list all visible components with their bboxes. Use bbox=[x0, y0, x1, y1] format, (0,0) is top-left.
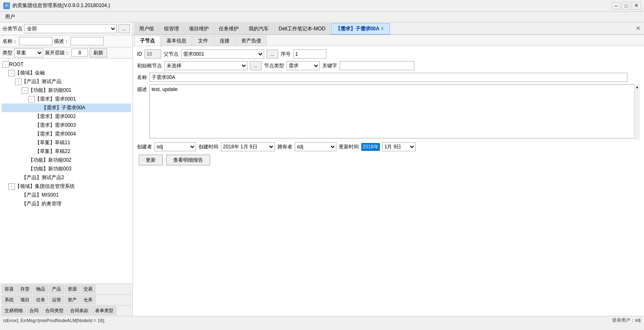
update-time-label: 更新时间 bbox=[339, 143, 359, 150]
bottom-tab-trade[interactable]: 交易 bbox=[81, 285, 95, 293]
init-root-select[interactable]: 未选择 bbox=[164, 61, 247, 70]
expand-icon-prod-test[interactable]: - bbox=[15, 79, 22, 85]
refresh-button[interactable]: 刷新 bbox=[90, 48, 107, 57]
parent-node-ellipsis-button[interactable]: ... bbox=[267, 49, 278, 59]
tree-node-req-0003[interactable]: 【需求】需求0003 bbox=[2, 121, 131, 130]
bottom-tab-task[interactable]: 任务 bbox=[33, 296, 48, 304]
expand-icon-domain-mis[interactable]: - bbox=[8, 183, 15, 190]
seq-label: 序号 bbox=[281, 51, 291, 58]
tab-user-group[interactable]: 用户组 bbox=[135, 23, 159, 34]
tree-node-domain-finance[interactable]: - 【领域】金融 bbox=[2, 69, 131, 77]
tree-node-func-new002[interactable]: 【功能】新功能002 bbox=[2, 156, 131, 165]
create-time-label: 创建时间 bbox=[198, 143, 218, 150]
bottom-tab-project[interactable]: 项目 bbox=[17, 296, 32, 304]
level-input[interactable] bbox=[71, 49, 88, 57]
tree-node-func-new003[interactable]: 【功能】新功能003 bbox=[2, 165, 131, 173]
tree-label-req-0001: 【需求】需求0001 bbox=[35, 96, 76, 103]
title-bar: 的 的奕集团信息管理系统(V.0.9.0.1.20180104.) ─ □ ✕ bbox=[0, 0, 644, 12]
tree-node-prod-admin[interactable]: 【产品】的奥管理 bbox=[2, 199, 131, 208]
tab-group-mgmt[interactable]: 组管理 bbox=[159, 23, 184, 34]
tree-node-req-00A[interactable]: 【需求】子需求00A bbox=[2, 103, 131, 112]
sub-tab-asset-liab[interactable]: 资产负债 bbox=[236, 36, 267, 46]
tree-node-draft-11[interactable]: 【草案】草稿11 bbox=[2, 138, 131, 147]
tab-my-car[interactable]: 我的汽车 bbox=[244, 23, 273, 34]
minimize-button[interactable]: ─ bbox=[612, 2, 621, 10]
sub-tab-bar: 子节点 基本信息 文件 连接 资产负债 bbox=[133, 35, 644, 46]
tree-node-req-0001[interactable]: - 【需求】需求0001 bbox=[2, 95, 131, 103]
tab-task-maint[interactable]: 任务维护 bbox=[214, 23, 243, 34]
type-label: 类型 bbox=[2, 49, 12, 57]
create-time-select[interactable]: 2018年 1月 9日 bbox=[221, 142, 275, 151]
name-field-label: 名称 bbox=[137, 74, 147, 81]
tree-node-root[interactable]: - ROOT bbox=[2, 60, 131, 69]
tree-label-func-new003: 【功能】新功能003 bbox=[28, 165, 71, 172]
bottom-tab-inventory[interactable]: 存货 bbox=[17, 285, 32, 293]
sub-tab-file[interactable]: 文件 bbox=[193, 36, 213, 46]
tree-node-req-0004[interactable]: 【需求】需求0004 bbox=[2, 130, 131, 138]
bottom-tab-trade-detail[interactable]: 交易明细 bbox=[2, 306, 26, 315]
tree-node-req-0002[interactable]: 【需求】需求0002 bbox=[2, 112, 131, 121]
bottom-tab-contract[interactable]: 合同 bbox=[27, 306, 42, 315]
parent-node-select[interactable]: 需求0001 bbox=[181, 49, 264, 59]
close-button[interactable]: ✕ bbox=[632, 2, 641, 10]
name-input[interactable] bbox=[19, 37, 52, 45]
tree-label-domain-finance: 【领域】金融 bbox=[15, 69, 45, 76]
bottom-tab-asset[interactable]: 资产 bbox=[65, 296, 80, 304]
type-select[interactable]: 草案 bbox=[14, 48, 43, 57]
bottom-tab-container[interactable]: 容器 bbox=[2, 285, 17, 293]
maximize-button[interactable]: □ bbox=[622, 2, 631, 10]
form-row-desc: 描述 test, update ▲ bbox=[137, 84, 640, 140]
report-button[interactable]: 查看明细报告 bbox=[166, 155, 210, 165]
level-label: 展开层级： bbox=[45, 49, 70, 57]
bottom-tab-warehouse[interactable]: 仓库 bbox=[81, 296, 95, 304]
expand-icon-prod-admin bbox=[15, 201, 22, 207]
bottom-tab-contract-terms[interactable]: 合同条款 bbox=[67, 306, 91, 315]
tree-label-req-0002: 【需求】需求0002 bbox=[35, 113, 76, 120]
expand-icon-root[interactable]: - bbox=[2, 61, 9, 68]
tree-node-domain-mis[interactable]: - 【领域】集团信息管理系统 bbox=[2, 182, 131, 191]
update-time-select[interactable]: 1月 9日 bbox=[382, 142, 416, 151]
tree-node-prod-test2[interactable]: 【产品】测试产品2 bbox=[2, 173, 131, 182]
sub-tab-child-node[interactable]: 子节点 bbox=[135, 36, 160, 46]
bottom-tab-item[interactable]: 物品 bbox=[33, 285, 48, 293]
tree-node-prod-test[interactable]: - 【产品】测试产品 bbox=[2, 77, 131, 86]
id-label: ID bbox=[137, 51, 142, 57]
update-button[interactable]: 更新 bbox=[139, 155, 163, 165]
status-bar: izError], ErrMsg=[misProdNodeALM[NodeId … bbox=[0, 316, 644, 324]
owner-select[interactable]: sdj bbox=[295, 142, 336, 151]
tab-close-button[interactable]: x bbox=[380, 25, 385, 31]
tab-req-00A[interactable]: 【需求】子需求00A x bbox=[331, 23, 390, 35]
filter-node-select[interactable]: 全部 bbox=[24, 24, 117, 33]
tree-node-prod-mis[interactable]: 【产品】MIS001 bbox=[2, 191, 131, 199]
creator-select[interactable]: sdj bbox=[154, 142, 196, 151]
desc-input[interactable] bbox=[71, 37, 104, 45]
filter-ellipsis-button[interactable]: ... bbox=[118, 24, 130, 33]
bottom-tab-resource[interactable]: 资源 bbox=[65, 285, 80, 293]
seq-field[interactable] bbox=[293, 49, 326, 59]
desc-textarea[interactable]: test, update bbox=[149, 84, 640, 138]
tab-project-maint[interactable]: 项目维护 bbox=[184, 23, 213, 34]
bottom-tab-system[interactable]: 系统 bbox=[2, 296, 17, 304]
sub-tab-connection[interactable]: 连接 bbox=[214, 36, 235, 46]
tree-node-draft-22[interactable]: 【草案】草稿22 bbox=[2, 147, 131, 156]
expand-icon-domain-finance[interactable]: - bbox=[8, 70, 15, 76]
right-panel: 用户组 组管理 项目维护 任务维护 我的汽车 Dell工作笔记本-MOD 【需求… bbox=[133, 22, 644, 316]
expand-icon-func-new001[interactable]: - bbox=[22, 87, 28, 94]
keyword-field[interactable] bbox=[340, 61, 414, 70]
tab-dell-notebook[interactable]: Dell工作笔记本-MOD bbox=[274, 23, 330, 34]
bottom-tab-contract-type[interactable]: 合同类型 bbox=[42, 306, 66, 315]
bottom-tab-product[interactable]: 产品 bbox=[49, 285, 64, 293]
scrollbar-up-icon[interactable]: ▲ bbox=[636, 85, 639, 89]
main-layout: 分类节点 全部 ... 名称： 描述： 类型 草案 展开层级： 刷新 bbox=[0, 22, 644, 316]
node-type-select[interactable]: 需求 bbox=[286, 61, 320, 70]
init-root-ellipsis-button[interactable]: ... bbox=[250, 61, 262, 70]
tree-node-func-new001[interactable]: - 【功能】新功能001 bbox=[2, 86, 131, 95]
bottom-tab-form-type[interactable]: 表单类型 bbox=[92, 306, 116, 315]
bottom-tab-operation[interactable]: 运营 bbox=[49, 296, 64, 304]
sub-tab-basic-info[interactable]: 基本信息 bbox=[161, 36, 192, 46]
expand-icon-req-0001[interactable]: - bbox=[28, 96, 35, 103]
panel-close-button[interactable]: ✕ bbox=[634, 25, 642, 32]
menu-item-user[interactable]: 用户 bbox=[2, 12, 18, 21]
expand-icon-draft-22 bbox=[28, 148, 35, 155]
name-field[interactable] bbox=[149, 73, 627, 82]
